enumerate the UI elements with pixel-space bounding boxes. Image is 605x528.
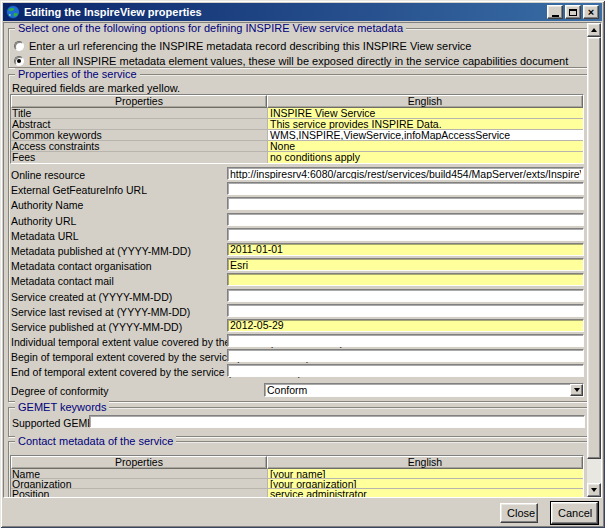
field-row: Metadata published at (YYYY-MM-DD): [10, 243, 584, 258]
row-value-cell[interactable]: [your name]: [267, 469, 583, 478]
field-input[interactable]: [227, 289, 584, 302]
radio-label: Enter a url referencing the INSPIRE meta…: [29, 40, 471, 52]
scroll-up-button[interactable]: [587, 23, 601, 37]
title-bar[interactable]: Editing the InspireView properties ×: [3, 3, 602, 21]
gemet-group-title: GEMET keywords: [15, 401, 109, 413]
field-label: Metadata published at (YYYY-MM-DD): [11, 245, 191, 257]
field-row: Authority URL: [10, 213, 584, 228]
properties-group: Properties of the service Required field…: [8, 74, 588, 402]
row-value-cell[interactable]: None: [267, 141, 583, 151]
arrow-down-icon: [591, 488, 597, 492]
field-label: Authority URL: [11, 215, 76, 227]
field-input[interactable]: [227, 334, 584, 347]
field-input[interactable]: [227, 182, 584, 195]
field-label: Authority Name: [11, 199, 83, 211]
field-row: Metadata contact organisation: [10, 258, 584, 273]
row-value-cell[interactable]: service administrator: [267, 489, 583, 497]
contact-group-title: Contact metadata of the service: [15, 435, 176, 447]
field-input[interactable]: [227, 228, 584, 241]
close-window-button[interactable]: ×: [583, 5, 599, 19]
row-label: Fees: [11, 152, 267, 163]
properties-fields: Online resourceExternal GetFeatureInfo U…: [10, 167, 584, 380]
row-value-cell[interactable]: no conditions apply: [267, 152, 583, 163]
window-title: Editing the InspireView properties: [24, 6, 547, 18]
selected-option: Conform: [265, 385, 570, 396]
field-input[interactable]: [227, 243, 584, 256]
row-value-cell[interactable]: [your organization]: [267, 479, 583, 488]
contact-group: Contact metadata of the service Properti…: [8, 441, 588, 497]
field-label: Degree of conformity: [11, 385, 108, 397]
maximize-button[interactable]: [565, 5, 581, 19]
field-input[interactable]: [227, 273, 584, 286]
field-label: Service created at (YYYY-MM-DD): [11, 291, 172, 303]
row-value-cell[interactable]: INSPIRE View Service: [267, 108, 583, 118]
close-button[interactable]: Close: [500, 503, 538, 523]
radio-button[interactable]: [14, 56, 24, 66]
field-label: External GetFeatureInfo URL: [11, 184, 147, 196]
field-input[interactable]: [227, 258, 584, 271]
dropdown-button[interactable]: [570, 384, 583, 396]
table-row: Common keywordsWMS,INSPIRE,ViewService,i…: [11, 130, 583, 141]
column-header-english: English: [267, 456, 583, 469]
scroll-down-button[interactable]: [587, 483, 601, 497]
field-row: Service created at (YYYY-MM-DD): [10, 289, 584, 304]
field-row: End of temporal extent covered by the se…: [10, 364, 584, 379]
row-value-cell[interactable]: WMS,INSPIRE,ViewService,infoMapAccessSer…: [267, 130, 583, 140]
properties-table-header: Properties English: [11, 95, 583, 108]
field-input[interactable]: [227, 319, 584, 332]
table-row: TitleINSPIRE View Service: [11, 108, 583, 119]
minimize-button[interactable]: [547, 5, 563, 19]
table-row: Feesno conditions apply: [11, 152, 583, 163]
field-label: Metadata contact organisation: [11, 260, 152, 272]
dialog-window: Editing the InspireView properties × Sel…: [0, 0, 605, 528]
contact-table-header: Properties English: [11, 456, 583, 469]
field-row: Metadata contact mail: [10, 273, 584, 288]
radio-button[interactable]: [14, 41, 24, 51]
options-group: Select one of the following options for …: [8, 28, 588, 68]
field-input[interactable]: [227, 167, 584, 180]
contact-table: Properties English Name[your name]Organi…: [10, 455, 584, 497]
row-label: Access constraints: [11, 141, 267, 151]
degree-of-conformity-select[interactable]: Conform: [264, 383, 584, 397]
minimize-icon: [552, 15, 559, 17]
radio-option-row: Enter all INSPIRE metadata element value…: [14, 54, 568, 67]
field-input[interactable]: [227, 197, 584, 210]
row-label: Common keywords: [11, 130, 267, 140]
field-input[interactable]: [227, 304, 584, 317]
column-header-english: English: [267, 95, 583, 108]
field-label: Metadata contact mail: [11, 275, 114, 287]
radio-option-row: Enter a url referencing the INSPIRE meta…: [14, 39, 471, 52]
row-label: Title: [11, 108, 267, 118]
table-row: Organization[your organization]: [11, 479, 583, 489]
field-input[interactable]: [227, 213, 584, 226]
globe-icon: [6, 5, 20, 19]
gemet-group: GEMET keywords Supported GEMET themes: [8, 407, 588, 437]
cancel-button[interactable]: Cancel: [551, 502, 598, 524]
scrollbar-thumb[interactable]: [587, 37, 601, 459]
field-input[interactable]: [227, 349, 584, 362]
arrow-up-icon: [591, 28, 597, 32]
field-row: Begin of temporal extent covered by the …: [10, 349, 584, 364]
dialog-content: Select one of the following options for …: [5, 23, 588, 497]
vertical-scrollbar[interactable]: [587, 23, 601, 497]
gemet-themes-input[interactable]: [89, 415, 585, 428]
maximize-icon: [569, 9, 577, 16]
field-label: Service last revised at (YYYY-MM-DD): [11, 306, 190, 318]
table-row: AbstractThis service provides INSPIRE Da…: [11, 119, 583, 130]
field-row: Individual temporal extent value covered…: [10, 334, 584, 349]
properties-group-title: Properties of the service: [15, 68, 140, 80]
options-group-title: Select one of the following options for …: [15, 23, 406, 34]
chevron-down-icon: [574, 388, 580, 392]
field-row: Authority Name: [10, 197, 584, 212]
field-label: Online resource: [11, 169, 85, 181]
table-row: Positionservice administrator: [11, 489, 583, 497]
table-row: Name[your name]: [11, 469, 583, 479]
properties-table: Properties English TitleINSPIRE View Ser…: [10, 94, 584, 164]
field-input[interactable]: [227, 364, 584, 377]
scroll-area: Select one of the following options for …: [3, 22, 602, 498]
row-label: Name: [11, 469, 267, 478]
column-header-properties: Properties: [11, 95, 267, 108]
field-row: Metadata URL: [10, 228, 584, 243]
table-row: Access constraintsNone: [11, 141, 583, 152]
row-value-cell[interactable]: This service provides INSPIRE Data.: [267, 119, 583, 129]
